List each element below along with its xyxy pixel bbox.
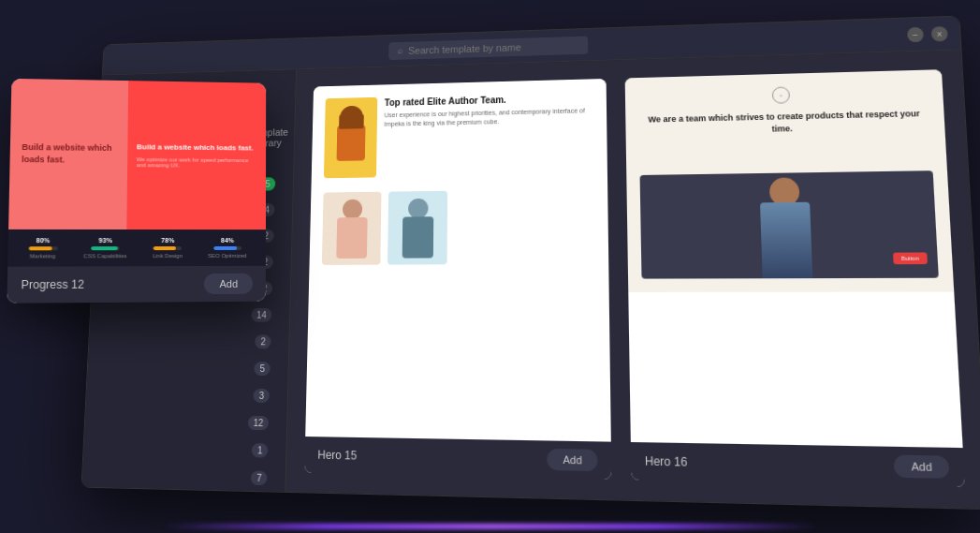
metric-link-design: 78% Link Design: [153, 237, 183, 259]
app-scene: ⌕ − × Templates Content Manager My Templ…: [32, 23, 949, 511]
metric-label-marketing: Marketing: [29, 253, 55, 259]
hero16-bottom-image: Button: [639, 170, 938, 278]
metric-bar-link: [153, 246, 175, 250]
content-area: Top rated Elite Author Team. User experi…: [285, 50, 980, 509]
category-badge-10: 12: [247, 415, 269, 429]
template-card-hero16: + We are a team which strives to create …: [624, 69, 964, 487]
category-badge-icon-box: 9: [250, 498, 266, 510]
progress-metrics: 80% Marketing 93% CSS Capabilities 78% L…: [7, 229, 266, 266]
add-button-hero16[interactable]: Add: [893, 454, 949, 478]
metric-css: 93% CSS Capabilities: [83, 237, 127, 259]
category-name-icon-box: Icon Box: [97, 495, 139, 509]
card-footer-hero15: Hero 15 Add: [304, 437, 611, 480]
metric-bar-container-link: [153, 246, 181, 250]
metric-bar-seo: [212, 245, 236, 249]
progress-card-left: Build a website which loads fast.: [8, 78, 128, 229]
card-name-hero15: Hero 15: [317, 448, 357, 462]
metric-label-seo: SEO Optimized: [208, 252, 246, 258]
category-badge-7: 2: [255, 334, 271, 348]
progress-right-sub: We optimize our work for speed performan…: [136, 156, 256, 169]
metric-bar-marketing: [28, 246, 51, 250]
metric-bar-css: [91, 246, 118, 250]
template-card-hero15: Top rated Elite Author Team. User experi…: [304, 78, 611, 479]
person-card-1: [321, 191, 381, 264]
card-image-hero16: + We are a team which strives to create …: [624, 69, 962, 448]
hero16-red-button: Button: [892, 252, 927, 264]
close-button[interactable]: ×: [930, 25, 947, 40]
metric-bar-container-seo: [212, 245, 241, 249]
category-icon-box[interactable]: Icon Box 9: [94, 487, 270, 509]
close-icon: ×: [936, 29, 943, 39]
add-button-progress12[interactable]: Add: [204, 273, 253, 293]
floating-card-progress12: Build a website which loads fast. Build …: [7, 78, 266, 303]
category-item-6[interactable]: 14: [103, 302, 275, 328]
floating-card-footer: Progress 12 Add: [7, 265, 266, 303]
category-item-9[interactable]: 3: [99, 380, 273, 409]
metric-value-seo: 84%: [220, 237, 233, 244]
metric-marketing: 80% Marketing: [27, 237, 57, 259]
metric-label-css: CSS Capabilities: [83, 253, 126, 259]
hero15-yellow-box: [323, 96, 376, 177]
category-badge-11: 1: [252, 443, 268, 458]
metric-label-link: Link Design: [153, 253, 183, 259]
metric-value-css: 93%: [98, 237, 111, 244]
card-image-hero15: Top rated Elite Author Team. User experi…: [305, 78, 611, 441]
hero16-person: [749, 177, 822, 278]
category-item-11[interactable]: 1: [96, 434, 271, 465]
metric-bar-container-marketing: [28, 246, 57, 250]
add-button-hero15[interactable]: Add: [547, 448, 597, 470]
metric-seo: 84% SEO Optimized: [208, 237, 246, 259]
progress-card-content: Build a website which loads fast. Build …: [8, 78, 266, 229]
category-badge-9: 3: [253, 388, 269, 402]
card-footer-hero16: Hero 16 Add: [630, 441, 964, 486]
hero16-title: We are a team which strives to create pr…: [638, 107, 930, 137]
minimize-button[interactable]: −: [906, 26, 923, 41]
progress-card-right: Build a website which loads fast. We opt…: [125, 81, 265, 229]
hero16-circle-icon: +: [771, 86, 789, 103]
hero15-text-block: Top rated Elite Author Team. User experi…: [384, 91, 593, 127]
metric-value-marketing: 80%: [36, 237, 50, 244]
metric-bar-container-css: [91, 246, 120, 250]
hero16-top: + We are a team which strives to create …: [637, 82, 930, 141]
progress-left-text: Build a website which loads fast.: [21, 141, 115, 166]
search-icon: ⌕: [397, 45, 402, 54]
search-bar[interactable]: ⌕: [388, 36, 588, 60]
category-badge-8: 5: [254, 362, 270, 376]
category-item-10[interactable]: 12: [98, 407, 272, 437]
card-name-hero16: Hero 16: [644, 453, 687, 468]
minimize-icon: −: [912, 29, 918, 39]
floating-card-name: Progress 12: [21, 277, 84, 291]
category-badge-6: 14: [251, 307, 271, 321]
progress-right-title: Build a website which loads fast.: [136, 141, 256, 154]
metric-value-link: 78%: [161, 237, 174, 244]
search-input[interactable]: [408, 39, 578, 55]
category-item-7[interactable]: 2: [102, 327, 274, 354]
category-badge-12: 7: [251, 470, 267, 485]
category-item-8[interactable]: 5: [100, 353, 273, 381]
person-card-2: [388, 190, 447, 264]
category-item-12[interactable]: 7: [95, 460, 271, 492]
hero15-left: Top rated Elite Author Team. User experi…: [321, 91, 595, 279]
